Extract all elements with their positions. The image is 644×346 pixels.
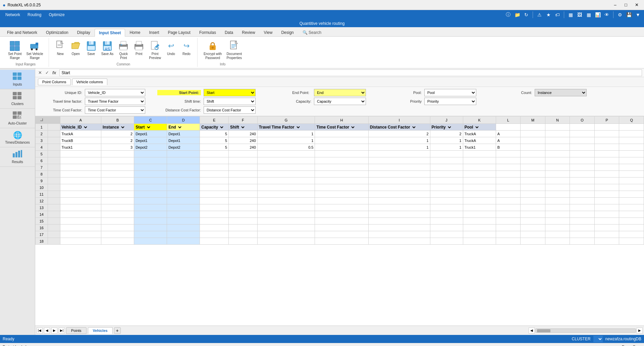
scroll-track[interactable] — [535, 329, 636, 333]
tab-optimization[interactable]: Optimization — [42, 29, 73, 36]
cell-d1[interactable]: End — [167, 124, 200, 131]
cell-f2[interactable]: 240 — [229, 131, 258, 137]
tab-page-layout[interactable]: Page Layout — [163, 29, 195, 36]
minimize-button[interactable]: – — [610, 1, 620, 9]
quick-print-button[interactable]: QuickPrint — [116, 39, 131, 61]
cell-g2[interactable]: 1 — [257, 131, 315, 137]
col-filter-c[interactable] — [146, 125, 151, 130]
col-filter-h[interactable] — [350, 125, 356, 130]
tab-display[interactable]: Display — [73, 29, 95, 36]
tb-chart-icon[interactable]: 📊 — [594, 11, 602, 19]
tb-refresh-icon[interactable]: ↻ — [522, 11, 530, 19]
sheet-nav-first[interactable]: |◀ — [37, 328, 43, 334]
cell-d3[interactable]: Depot1 — [167, 137, 200, 144]
cell-p2[interactable] — [594, 131, 619, 137]
save-as-button[interactable]: AS Save As — [99, 39, 116, 57]
col-header-e[interactable]: E — [200, 116, 229, 124]
cell-a3[interactable]: TruckB — [60, 137, 101, 144]
tb-grid-icon[interactable]: ▦ — [567, 11, 575, 19]
formula-input[interactable] — [59, 69, 642, 76]
col-header-a[interactable]: A — [60, 116, 101, 124]
cell-e3[interactable]: 5 — [200, 137, 229, 144]
travel-time-select[interactable]: Travel Time Factor — [85, 98, 145, 105]
cell-n1[interactable] — [545, 124, 570, 131]
sheet-tab-vehicles[interactable]: Vehicles — [88, 327, 113, 334]
sheet-nav-last[interactable]: ▶| — [59, 328, 65, 334]
col-filter-d[interactable] — [177, 125, 182, 130]
tb-copy-icon[interactable]: ▦ — [585, 11, 593, 19]
cell-m2[interactable] — [521, 131, 545, 137]
sheet-nav-next[interactable]: ▶ — [51, 328, 57, 334]
col-header-o[interactable]: O — [570, 116, 595, 124]
sidebar-item-inputs[interactable]: Inputs — [0, 70, 35, 89]
cell-e4[interactable]: 5 — [200, 144, 229, 151]
tab-input-sheet[interactable]: Input Sheet — [95, 29, 125, 37]
cell-o3[interactable] — [570, 137, 595, 144]
cell-i3[interactable]: 1 — [368, 137, 430, 144]
spreadsheet-wrap[interactable]: A B C D E F G H I J K L M N O — [35, 116, 644, 326]
cell-q1[interactable] — [619, 124, 644, 131]
cell-g1[interactable]: Travel Time Factor — [257, 124, 315, 131]
cell-p4[interactable] — [594, 144, 619, 151]
scroll-thumb[interactable] — [537, 329, 550, 333]
col-filter-i[interactable] — [411, 125, 417, 130]
horizontal-scrollbar[interactable]: ◀ ▶ — [529, 328, 643, 334]
col-header-f[interactable]: F — [229, 116, 258, 124]
sidebar-item-results[interactable]: Results — [0, 147, 35, 167]
cell-i2[interactable]: 2 — [368, 131, 430, 137]
cell-c4[interactable]: Depot2 — [134, 144, 167, 151]
col-header-c[interactable]: C — [134, 116, 167, 124]
col-header-b[interactable]: B — [101, 116, 134, 124]
cell-k1[interactable]: Pool — [463, 124, 496, 131]
tab-home[interactable]: Home — [125, 29, 145, 36]
tab-vehicle-columns[interactable]: Vehicle columns — [72, 79, 108, 85]
menu-network[interactable]: Network — [2, 11, 23, 18]
cell-p3[interactable] — [594, 137, 619, 144]
open-button[interactable]: Open — [68, 39, 83, 57]
cell-a2[interactable]: TruckA — [60, 131, 101, 137]
cell-n3[interactable] — [545, 137, 570, 144]
cell-l4[interactable]: B — [496, 144, 521, 151]
tab-search[interactable]: 🔍 Search — [298, 29, 326, 36]
redo-button[interactable]: ↪ Redo — [179, 39, 194, 57]
tab-data[interactable]: Data — [220, 29, 237, 36]
count-select[interactable]: Instance — [535, 89, 587, 96]
cell-k3[interactable]: TruckA — [463, 137, 496, 144]
tab-view[interactable]: View — [260, 29, 277, 36]
tab-design[interactable]: Design — [277, 29, 298, 36]
cell-d4[interactable]: Depot2 — [167, 144, 200, 151]
start-point-select[interactable]: Start — [204, 89, 256, 96]
tb-star-icon[interactable]: ★ — [544, 11, 552, 19]
cell-n2[interactable] — [545, 131, 570, 137]
cell-q2[interactable] — [619, 131, 644, 137]
priority-select[interactable]: Priority — [424, 98, 476, 105]
cell-j4[interactable]: 1 — [430, 144, 463, 151]
cell-o1[interactable] — [570, 124, 595, 131]
tb-warning-icon[interactable]: ⚠ — [535, 11, 543, 19]
col-header-j[interactable]: J — [430, 116, 463, 124]
col-header-g[interactable]: G — [257, 116, 315, 124]
menu-optimize[interactable]: Optimize — [45, 11, 68, 18]
shift-time-select[interactable]: Shift — [204, 98, 256, 105]
cell-k2[interactable]: TruckA — [463, 131, 496, 137]
set-vehicle-range-button[interactable]: Set VehicleRange — [24, 39, 45, 61]
document-properties-button[interactable]: DocumentProperties — [224, 39, 244, 61]
encrypt-button[interactable]: Encrypt withPassword — [202, 39, 224, 61]
col-header-l[interactable]: L — [496, 116, 521, 124]
cell-c1[interactable]: Start — [134, 124, 167, 131]
cell-l1[interactable] — [496, 124, 521, 131]
col-header-k[interactable]: K — [463, 116, 496, 124]
col-filter-b[interactable] — [120, 125, 125, 130]
tb-arrow-down-icon[interactable]: ▼ — [634, 11, 642, 19]
add-sheet-button[interactable]: + — [114, 327, 121, 334]
col-header-p[interactable]: P — [594, 116, 619, 124]
sheet-nav-prev[interactable]: ◀ — [44, 328, 50, 334]
sheet-tab-points[interactable]: Points — [66, 327, 87, 334]
formula-fx-button[interactable]: fx — [51, 70, 57, 76]
cell-g3[interactable]: 1 — [257, 137, 315, 144]
tb-tag-icon[interactable]: 🏷 — [553, 11, 561, 19]
cell-o4[interactable] — [570, 144, 595, 151]
col-header-h[interactable]: H — [315, 116, 368, 124]
capacity-select[interactable]: Capacity — [314, 98, 366, 105]
cell-h2[interactable] — [315, 131, 368, 137]
